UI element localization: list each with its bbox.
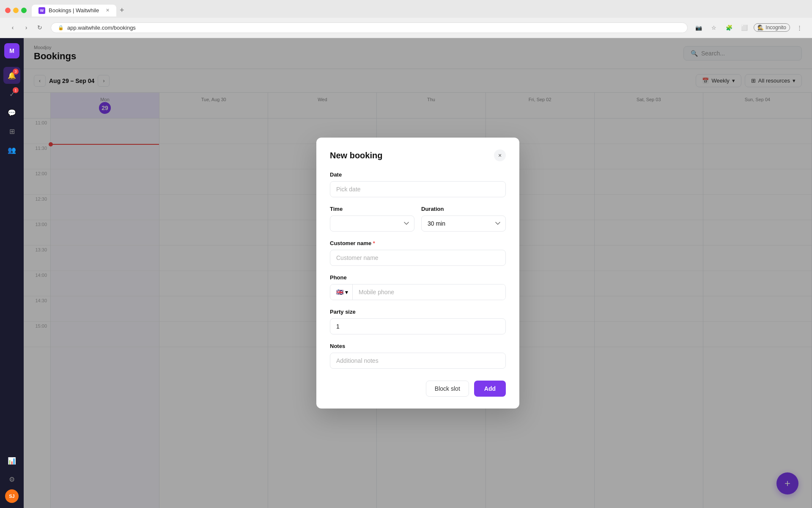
time-label: Time [330, 206, 414, 212]
new-booking-modal: New booking × Date Time [316, 138, 519, 409]
party-size-input[interactable] [330, 318, 506, 334]
incognito-icon: 🕵️ [757, 25, 764, 30]
time-duration-row: Time Duration 30 min 15 min 45 min 60 mi… [330, 206, 506, 240]
maximize-dot[interactable] [21, 8, 27, 13]
sidebar-item-messages[interactable]: 💬 [3, 104, 20, 121]
window-controls [5, 8, 27, 13]
party-size-form-group: Party size [330, 309, 506, 334]
user-avatar[interactable]: SJ [5, 489, 19, 503]
date-label: Date [330, 171, 506, 178]
sidebar-item-grid[interactable]: ⊞ [3, 123, 20, 140]
phone-form-group: Phone 🇬🇧 ▾ [330, 274, 506, 300]
window-icon[interactable]: ⬜ [738, 22, 750, 33]
time-form-group: Time [330, 206, 414, 232]
back-button[interactable]: ‹ [7, 22, 19, 33]
notes-input[interactable] [330, 353, 506, 369]
phone-input[interactable] [353, 284, 505, 300]
sidebar-item-tasks[interactable]: ✓ 1 [3, 86, 20, 102]
modal-header: New booking × [330, 149, 506, 161]
lock-icon: 🔒 [58, 25, 64, 30]
sidebar-item-settings[interactable]: ⚙ [3, 471, 20, 488]
phone-input-wrap: 🇬🇧 ▾ [330, 284, 506, 300]
tab-close-icon[interactable]: ✕ [106, 8, 110, 13]
tab-title: Bookings | Waitwhile [49, 7, 99, 14]
modal-title: New booking [330, 151, 382, 160]
nav-icons: 📷 ☆ 🧩 ⬜ 🕵️ Incognito ⋮ [693, 22, 805, 33]
customer-name-label: Customer name * [330, 240, 506, 246]
reload-button[interactable]: ↻ [34, 22, 46, 33]
duration-select[interactable]: 30 min 15 min 45 min 60 min [421, 215, 506, 232]
incognito-label: Incognito [765, 25, 786, 30]
dropdown-arrow-icon: ▾ [345, 289, 348, 295]
forward-button[interactable]: › [20, 22, 32, 33]
phone-label: Phone [330, 274, 506, 281]
app-container: M 🔔 3 ✓ 1 💬 ⊞ 👥 📊 ⚙ SJ [0, 38, 812, 508]
more-options-icon[interactable]: ⋮ [793, 22, 805, 33]
chat-icon: 💬 [8, 109, 16, 117]
date-form-group: Date [330, 171, 506, 197]
sidebar-bottom: 📊 ⚙ SJ [3, 452, 20, 503]
browser-chrome: W Bookings | Waitwhile ✕ + ‹ › ↻ 🔒 app.w… [0, 0, 812, 38]
notes-form-group: Notes [330, 343, 506, 369]
extensions-icon[interactable]: 🧩 [723, 22, 735, 33]
nav-bar: ‹ › ↻ 🔒 app.waitwhile.com/bookings 📷 ☆ 🧩… [0, 18, 812, 38]
duration-form-group: Duration 30 min 15 min 45 min 60 min [421, 206, 506, 232]
modal-footer: Block slot Add [330, 381, 506, 397]
sidebar-item-people[interactable]: 👥 [3, 141, 20, 158]
sidebar: M 🔔 3 ✓ 1 💬 ⊞ 👥 📊 ⚙ SJ [0, 38, 24, 508]
sidebar-item-charts[interactable]: 📊 [3, 452, 20, 469]
party-size-label: Party size [330, 309, 506, 315]
sidebar-item-notifications[interactable]: 🔔 3 [3, 67, 20, 84]
gear-icon: ⚙ [9, 475, 15, 483]
incognito-badge: 🕵️ Incognito [754, 23, 790, 32]
url-text: app.waitwhile.com/bookings [67, 25, 136, 31]
sidebar-logo: M [4, 43, 19, 58]
time-select[interactable] [330, 215, 414, 232]
close-dot[interactable] [5, 8, 11, 13]
active-tab[interactable]: W Bookings | Waitwhile ✕ [32, 5, 116, 17]
date-input[interactable] [330, 181, 506, 197]
minimize-dot[interactable] [13, 8, 19, 13]
new-tab-button[interactable]: + [116, 6, 128, 15]
customer-name-form-group: Customer name * [330, 240, 506, 266]
tab-favicon: W [38, 7, 45, 14]
camera-off-icon[interactable]: 📷 [693, 22, 705, 33]
chart-icon: 📊 [8, 457, 16, 465]
modal-close-button[interactable]: × [494, 149, 506, 161]
modal-overlay[interactable]: New booking × Date Time [24, 38, 812, 508]
add-booking-button[interactable]: Add [474, 381, 506, 397]
required-marker: * [371, 240, 375, 246]
grid-icon: ⊞ [9, 127, 15, 135]
address-bar[interactable]: 🔒 app.waitwhile.com/bookings [51, 22, 688, 33]
tasks-badge: 1 [13, 87, 19, 93]
uk-flag-icon: 🇬🇧 [336, 289, 343, 295]
main-content: Moodjoy Bookings 🔍 Search... ‹ Aug 29 – … [24, 38, 812, 508]
duration-label: Duration [421, 206, 506, 212]
nav-arrows: ‹ › ↻ [7, 22, 46, 33]
star-icon[interactable]: ☆ [708, 22, 720, 33]
people-icon: 👥 [8, 146, 16, 154]
phone-country-selector[interactable]: 🇬🇧 ▾ [330, 284, 353, 300]
notifications-badge: 3 [13, 69, 19, 75]
notes-label: Notes [330, 343, 506, 349]
block-slot-button[interactable]: Block slot [426, 381, 469, 397]
customer-name-input[interactable] [330, 250, 506, 266]
tab-bar: W Bookings | Waitwhile ✕ + [0, 0, 812, 18]
